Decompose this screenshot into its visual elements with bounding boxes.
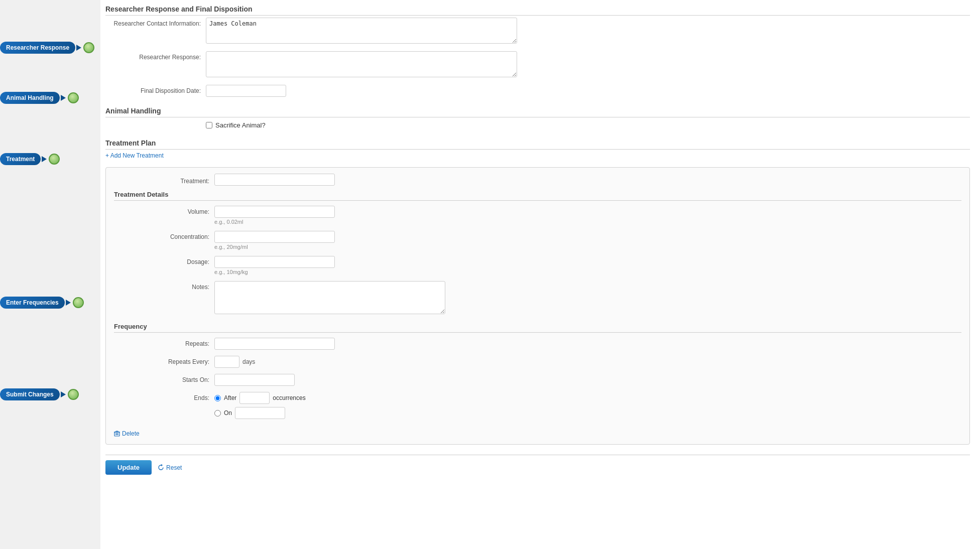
researcher-response-label: Researcher Response: (105, 51, 206, 61)
treatment-field: Salve (214, 174, 526, 186)
volume-row: Volume: 0.02 ml e.g., 0.02ml (114, 206, 961, 225)
treatment-bubble-arrow (42, 156, 47, 162)
final-disposition-label: Final Disposition Date: (105, 85, 206, 94)
animal-bubble-label: Animal Handling (0, 92, 60, 104)
repeats-every-inline: 1 days (214, 356, 526, 368)
animal-bubble-dot (68, 92, 79, 103)
researcher-bubble-arrow (76, 45, 81, 51)
frequency-bubble: Enter Frequencies (0, 297, 84, 309)
submit-bubble-label: Submit Changes (0, 388, 60, 400)
add-treatment-link[interactable]: + Add New Treatment (105, 152, 164, 159)
starts-on-row: Starts On: 2021-07-30 (114, 374, 961, 386)
sacrifice-label-spacer (105, 119, 206, 122)
delete-link[interactable]: Delete (114, 430, 140, 437)
sidebar: Researcher Response Animal Handling Trea… (0, 0, 100, 549)
ends-after-label: After (224, 394, 236, 401)
final-disposition-input[interactable]: 2021-07-30 (206, 85, 286, 97)
final-disposition-row: Final Disposition Date: 2021-07-30 (105, 85, 970, 97)
ends-on-item: On (214, 407, 526, 419)
bottom-bar: Update Reset (105, 455, 970, 480)
concentration-input[interactable]: 0 (214, 231, 335, 243)
ends-after-radio[interactable] (214, 395, 221, 401)
dosage-hint: e.g., 10mg/kg (214, 269, 526, 275)
repeats-input[interactable]: Daily (214, 338, 335, 350)
repeats-every-field: 1 days (214, 356, 526, 368)
submit-bubble-arrow (61, 391, 66, 397)
submit-bubble: Submit Changes (0, 388, 79, 400)
treatment-row: Treatment: Salve (114, 174, 961, 186)
repeats-every-num-input[interactable]: 1 (214, 356, 239, 368)
dosage-label: Dosage: (114, 256, 214, 265)
ends-row: Ends: After 10 occurrences On (114, 392, 961, 419)
repeats-every-unit: days (242, 358, 255, 365)
frequency-header: Frequency (114, 323, 961, 333)
volume-hint: e.g., 0.02ml (214, 219, 526, 225)
dosage-input[interactable]: 10 mg (214, 256, 335, 268)
ends-label: Ends: (114, 392, 214, 401)
repeats-every-label: Repeats Every: (114, 356, 214, 365)
repeats-field: Daily (214, 338, 526, 350)
repeats-row: Repeats: Daily (114, 338, 961, 350)
starts-on-field: 2021-07-30 (214, 374, 526, 386)
notes-row: Notes: (114, 281, 961, 316)
frequency-bubble-label: Enter Frequencies (0, 297, 65, 309)
starts-on-input[interactable]: 2021-07-30 (214, 374, 295, 386)
ends-after-item: After 10 occurrences (214, 392, 526, 404)
sacrifice-checkbox[interactable] (206, 122, 212, 128)
treatment-bubble-label: Treatment (0, 153, 41, 165)
researcher-contact-label: Researcher Contact Information: (105, 18, 206, 27)
reset-icon (158, 464, 164, 471)
volume-field: 0.02 ml e.g., 0.02ml (214, 206, 526, 225)
notes-label: Notes: (114, 281, 214, 291)
volume-label: Volume: (114, 206, 214, 215)
delete-label: Delete (122, 430, 140, 437)
researcher-response-input[interactable] (206, 51, 517, 77)
starts-on-label: Starts On: (114, 374, 214, 383)
submit-bubble-dot (68, 389, 79, 400)
treatment-label: Treatment: (114, 175, 214, 185)
concentration-hint: e.g., 20mg/ml (214, 244, 526, 250)
researcher-bubble-label: Researcher Response (0, 42, 75, 54)
concentration-row: Concentration: 0 e.g., 20mg/ml (114, 231, 961, 250)
researcher-bubble-dot (83, 42, 94, 53)
main-content: Researcher Response and Final Dispositio… (100, 0, 980, 549)
animal-section-header: Animal Handling (105, 107, 970, 117)
researcher-contact-row: Researcher Contact Information: James Co… (105, 18, 970, 45)
repeats-every-row: Repeats Every: 1 days (114, 356, 961, 368)
treatment-section: Treatment Plan + Add New Treatment Treat… (105, 139, 970, 445)
svg-rect-5 (116, 431, 118, 432)
researcher-section: Researcher Response and Final Dispositio… (105, 5, 970, 97)
treatment-input[interactable]: Salve (214, 174, 335, 186)
ends-on-date-input[interactable] (235, 407, 285, 419)
volume-input[interactable]: 0.02 ml (214, 206, 335, 218)
notes-input[interactable] (214, 281, 445, 314)
treatment-section-header: Treatment Plan (105, 139, 970, 150)
treatment-details-header: Treatment Details (114, 191, 961, 201)
update-button[interactable]: Update (105, 460, 152, 475)
sacrifice-row: Sacrifice Animal? (105, 119, 970, 129)
researcher-contact-input[interactable]: James Coleman (206, 18, 517, 44)
treatment-bubble: Treatment (0, 153, 60, 165)
dosage-row: Dosage: 10 mg e.g., 10mg/kg (114, 256, 961, 275)
concentration-field: 0 e.g., 20mg/ml (214, 231, 526, 250)
ends-after-num-input[interactable]: 10 (239, 392, 270, 404)
researcher-response-row: Researcher Response: (105, 51, 970, 79)
ends-on-label: On (224, 409, 232, 417)
sacrifice-label: Sacrifice Animal? (215, 121, 266, 129)
dosage-field: 10 mg e.g., 10mg/kg (214, 256, 526, 275)
concentration-label: Concentration: (114, 231, 214, 240)
delete-icon (114, 431, 120, 437)
researcher-contact-field: James Coleman (206, 18, 517, 45)
animal-handling-bubble: Animal Handling (0, 92, 79, 104)
ends-on-radio[interactable] (214, 410, 221, 417)
frequency-bubble-arrow (66, 300, 71, 306)
reset-link[interactable]: Reset (158, 464, 182, 471)
researcher-response-bubble: Researcher Response (0, 42, 94, 54)
animal-section: Animal Handling Sacrifice Animal? (105, 107, 970, 129)
sacrifice-checkbox-row: Sacrifice Animal? (206, 119, 517, 129)
ends-after-occurrences-label: occurrences (273, 394, 305, 401)
treatment-card: Treatment: Salve Treatment Details Volum… (105, 167, 970, 445)
ends-field: After 10 occurrences On (214, 392, 526, 419)
researcher-response-field (206, 51, 517, 79)
delete-row: Delete (114, 425, 961, 438)
